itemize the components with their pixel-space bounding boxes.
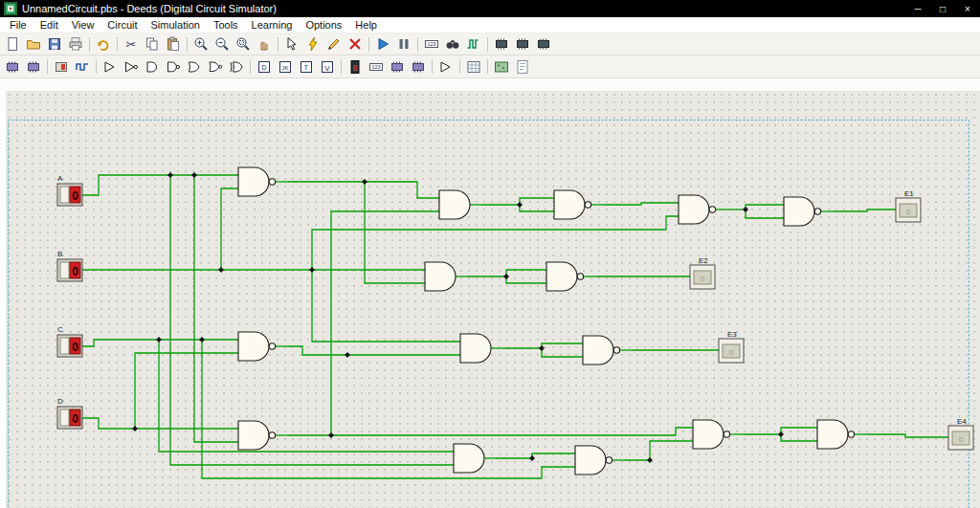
component-ram-button[interactable] bbox=[23, 57, 44, 77]
input-switch-C[interactable]: 0C bbox=[57, 325, 82, 357]
search-button[interactable] bbox=[442, 34, 463, 54]
gate-nor-button[interactable] bbox=[205, 57, 226, 77]
output-display-E3[interactable]: 0E3 bbox=[719, 330, 744, 364]
wire[interactable] bbox=[365, 182, 439, 198]
notes-button[interactable] bbox=[512, 57, 533, 77]
switch-lever[interactable] bbox=[60, 338, 69, 354]
output-display-E2[interactable]: 0E2 bbox=[690, 256, 715, 290]
gate-and-G6[interactable] bbox=[425, 262, 467, 291]
gate-nand-G1[interactable] bbox=[238, 167, 288, 196]
wire[interactable] bbox=[604, 203, 679, 205]
cut-button[interactable]: ✂ bbox=[121, 34, 142, 54]
gate-and-G12[interactable] bbox=[454, 444, 496, 473]
switch-lever[interactable] bbox=[60, 262, 69, 278]
print-button[interactable] bbox=[65, 34, 86, 54]
input-switch-button[interactable] bbox=[51, 57, 72, 77]
flipflop-sr-button[interactable]: V bbox=[317, 57, 338, 77]
gate-nand-G13[interactable] bbox=[575, 446, 625, 475]
gate-nand-G14[interactable] bbox=[693, 420, 743, 449]
menu-item-edit[interactable]: Edit bbox=[33, 19, 65, 31]
menu-item-options[interactable]: Options bbox=[299, 19, 348, 31]
gate-or-button[interactable] bbox=[184, 57, 205, 77]
wire[interactable] bbox=[520, 198, 554, 205]
gate-and-G9[interactable] bbox=[460, 334, 502, 363]
wire[interactable] bbox=[781, 428, 817, 434]
close-button[interactable]: × bbox=[955, 0, 980, 17]
undo-button[interactable] bbox=[93, 34, 114, 54]
switch-lever[interactable] bbox=[60, 409, 69, 426]
counter-block-button[interactable]: 123 bbox=[366, 57, 387, 77]
gate-and-button[interactable] bbox=[142, 57, 163, 77]
flipflop-t-button[interactable]: T bbox=[296, 57, 317, 77]
delete-button[interactable] bbox=[345, 34, 366, 54]
output-display-E4[interactable]: 0E4 bbox=[948, 417, 973, 451]
test-board-button[interactable] bbox=[491, 57, 512, 77]
save-button[interactable] bbox=[44, 34, 65, 54]
probe-button[interactable] bbox=[302, 34, 323, 54]
mux-block-button[interactable] bbox=[387, 57, 408, 77]
gate-not-button[interactable] bbox=[121, 57, 142, 77]
wire[interactable] bbox=[542, 348, 583, 357]
flipflop-d-button[interactable]: D bbox=[254, 57, 275, 77]
gate-and-G2[interactable] bbox=[439, 190, 481, 219]
wire[interactable] bbox=[506, 276, 546, 283]
copy-button[interactable] bbox=[142, 34, 163, 54]
gate-nand-G3[interactable] bbox=[554, 190, 604, 219]
gate-xor-button[interactable] bbox=[226, 57, 247, 77]
grid-toggle-button[interactable] bbox=[463, 57, 484, 77]
gate-nand-G8[interactable] bbox=[238, 332, 288, 361]
menu-item-help[interactable]: Help bbox=[348, 19, 384, 31]
gate-nand-G11[interactable] bbox=[238, 421, 288, 450]
wire[interactable] bbox=[506, 270, 546, 276]
pan-button[interactable] bbox=[254, 34, 275, 54]
menu-item-view[interactable]: View bbox=[65, 19, 101, 31]
output-display-E1[interactable]: 0E1 bbox=[896, 189, 921, 223]
menu-item-learning[interactable]: Learning bbox=[245, 19, 300, 31]
wire[interactable] bbox=[82, 418, 238, 429]
component-rom-button[interactable] bbox=[2, 57, 23, 77]
input-switch-B[interactable]: 0B bbox=[57, 250, 82, 281]
ic-large-button[interactable] bbox=[491, 34, 512, 54]
select-button[interactable] bbox=[281, 34, 302, 54]
menu-item-circuit[interactable]: Circuit bbox=[100, 19, 144, 31]
wire[interactable] bbox=[867, 434, 948, 437]
wire[interactable] bbox=[532, 453, 575, 458]
flipflop-jk-button[interactable]: JK bbox=[275, 57, 296, 77]
gate-nand-G7[interactable] bbox=[546, 262, 596, 291]
gate-nand-G4[interactable] bbox=[679, 195, 728, 224]
counters-button[interactable]: 123 bbox=[421, 34, 442, 54]
wire[interactable] bbox=[331, 428, 693, 435]
gate-nand-G15[interactable] bbox=[817, 420, 867, 449]
wire[interactable] bbox=[221, 188, 238, 270]
edit-wire-button[interactable] bbox=[323, 34, 345, 54]
timing-diagram-button[interactable] bbox=[463, 34, 484, 54]
gate-nand-G10[interactable] bbox=[583, 336, 633, 364]
wire[interactable] bbox=[781, 434, 817, 441]
run-simulation-button[interactable] bbox=[372, 34, 393, 54]
wire[interactable] bbox=[625, 441, 693, 460]
wire[interactable] bbox=[834, 210, 896, 211]
wire[interactable] bbox=[746, 210, 784, 218]
gate-nand-G5[interactable] bbox=[784, 197, 834, 226]
input-switch-D[interactable]: 0D bbox=[57, 397, 82, 429]
menu-item-file[interactable]: File bbox=[3, 19, 33, 31]
wire[interactable] bbox=[331, 211, 439, 435]
switch-lever[interactable] bbox=[60, 187, 69, 203]
ic-medium-button[interactable] bbox=[512, 34, 533, 54]
input-clock-button[interactable] bbox=[72, 57, 93, 77]
wire[interactable] bbox=[194, 175, 238, 442]
wire[interactable] bbox=[135, 353, 238, 429]
gate-buffer-button[interactable] bbox=[100, 57, 121, 77]
menu-item-tools[interactable]: Tools bbox=[207, 19, 245, 31]
wire[interactable] bbox=[288, 346, 460, 355]
paste-button[interactable] bbox=[163, 34, 184, 54]
wire[interactable] bbox=[82, 175, 238, 195]
gate-nand-button[interactable] bbox=[163, 57, 184, 77]
zoom-area-button[interactable] bbox=[233, 34, 254, 54]
new-button[interactable] bbox=[2, 34, 23, 54]
wire[interactable] bbox=[520, 205, 554, 211]
wire[interactable] bbox=[365, 182, 425, 283]
tristate-button[interactable] bbox=[435, 57, 457, 77]
open-button[interactable] bbox=[23, 34, 44, 54]
display-7seg-button[interactable]: 8 bbox=[345, 57, 366, 77]
